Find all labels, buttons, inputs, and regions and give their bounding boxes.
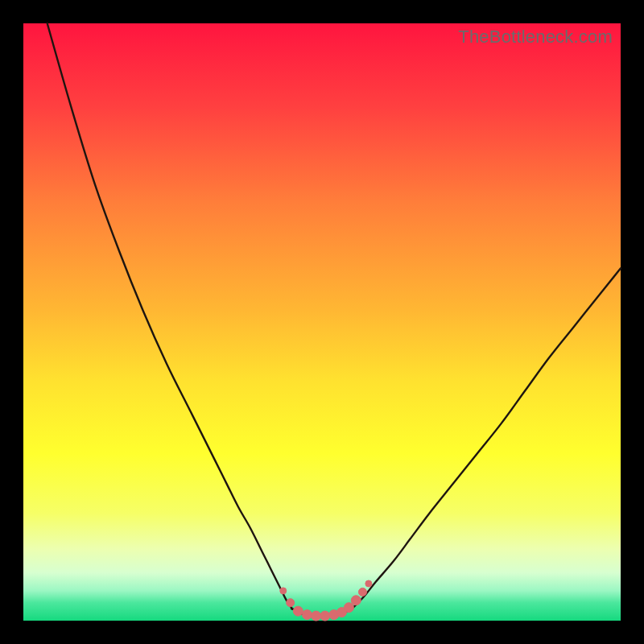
valley-marker [280, 588, 287, 594]
plot-area: TheBottleneck.com [23, 23, 621, 621]
valley-marker [351, 596, 361, 605]
valley-marker [344, 603, 353, 613]
valley-marker [365, 580, 372, 587]
valley-marker [358, 588, 366, 596]
outer-frame: TheBottleneck.com [0, 0, 644, 644]
curve-path [47, 23, 621, 616]
valley-marker [320, 611, 330, 621]
valley-marker [312, 611, 321, 621]
valley-marker [302, 610, 312, 620]
valley-marker [287, 599, 295, 607]
valley-marker [293, 606, 303, 616]
bottleneck-curve [23, 23, 621, 621]
